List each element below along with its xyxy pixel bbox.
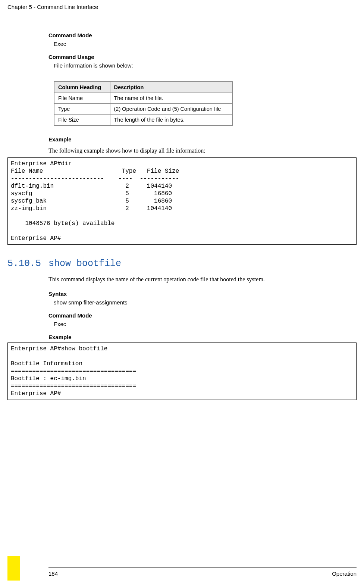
table-cell-desc: The name of the file. — [110, 93, 232, 104]
table-cell-heading: File Name — [54, 93, 110, 104]
syntax-label: Syntax — [48, 291, 334, 297]
table-cell-heading: Type — [54, 104, 110, 115]
section-description: This command displays the name of the cu… — [48, 275, 334, 284]
table-cell-heading: File Size — [54, 115, 110, 126]
code-example-dir: Enterprise AP#dir File Name Type File Si… — [7, 157, 357, 245]
chapter-title: Chapter 5 - Command Line Interface — [7, 4, 357, 10]
example-label-2: Example — [48, 334, 334, 340]
command-mode-value-2: Exec — [54, 321, 334, 327]
command-usage-label: Command Usage — [48, 54, 334, 60]
example-label-1: Example — [48, 136, 334, 143]
file-info-table: Column Heading Description File Name The… — [54, 81, 233, 126]
table-cell-desc: (2) Operation Code and (5) Configuration… — [110, 104, 232, 115]
table-row: Type (2) Operation Code and (5) Configur… — [54, 104, 232, 115]
table-header-row: Column Heading Description — [54, 82, 232, 93]
example-intro-1: The following example shows how to displ… — [48, 146, 334, 155]
table-cell-desc: The length of the file in bytes. — [110, 115, 232, 126]
syntax-value: show snmp filter-assignments — [54, 299, 334, 306]
section-number: 5.10.5 — [7, 258, 48, 269]
table-header-col2: Description — [110, 82, 232, 93]
command-mode-value-1: Exec — [54, 41, 334, 47]
table-row: File Name The name of the file. — [54, 93, 232, 104]
table-row: File Size The length of the file in byte… — [54, 115, 232, 126]
code-example-bootfile: Enterprise AP#show bootfile Bootfile Inf… — [7, 343, 357, 400]
table-header-col1: Column Heading — [54, 82, 110, 93]
command-usage-value: File information is shown below: — [54, 62, 334, 69]
page-number: 184 — [48, 570, 58, 577]
command-mode-label-2: Command Mode — [48, 312, 334, 319]
command-mode-label-1: Command Mode — [48, 32, 334, 38]
section-name: show bootfile — [48, 258, 121, 269]
yellow-tab-icon — [7, 556, 20, 581]
footer-label: Operation — [332, 570, 357, 577]
